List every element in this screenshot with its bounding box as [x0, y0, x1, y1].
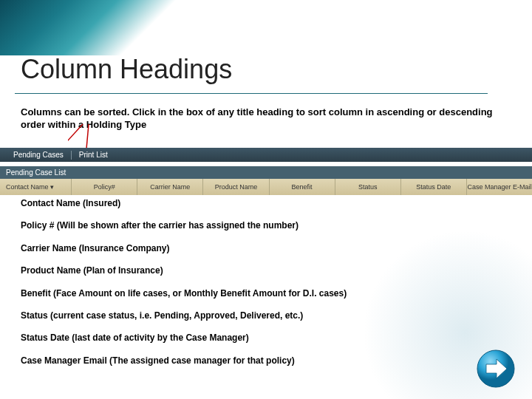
slide: Column Headings Columns can be sorted. C…: [0, 0, 532, 399]
section-header: Pending Case List: [0, 166, 532, 179]
col-contact-name[interactable]: Contact Name ▾: [0, 179, 72, 195]
col-status[interactable]: Status: [335, 179, 401, 195]
def-case-manager: Case Manager Email (The assigned case ma…: [21, 355, 508, 366]
def-carrier: Carrier Name (Insurance Company): [21, 243, 508, 253]
col-carrier[interactable]: Carrier Name: [137, 179, 203, 195]
next-button[interactable]: [476, 349, 516, 389]
definitions-list: Contact Name (Insured) Policy # (Will be…: [21, 198, 508, 378]
tab-print-list[interactable]: Print List: [72, 151, 115, 159]
tab-pending-cases[interactable]: Pending Cases: [6, 151, 71, 159]
def-benefit: Benefit (Face Amount on life cases, or M…: [21, 288, 508, 299]
col-policy[interactable]: Policy#: [72, 179, 137, 195]
def-contact-name: Contact Name (Insured): [21, 198, 508, 208]
corner-decoration: [0, 0, 532, 55]
intro-text: Columns can be sorted. Click in the box …: [21, 106, 508, 132]
def-policy: Policy # (Will be shown after the carrie…: [21, 220, 508, 231]
column-header-row: Contact Name ▾ Policy# Carrier Name Prod…: [0, 179, 532, 195]
title-underline: [15, 93, 488, 94]
col-case-manager[interactable]: Case Manager E-Mail: [467, 179, 532, 195]
col-benefit[interactable]: Benefit: [270, 179, 335, 195]
col-product[interactable]: Product Name: [203, 179, 269, 195]
def-status: Status (current case status, i.e. Pendin…: [21, 310, 508, 321]
def-product: Product Name (Plan of Insurance): [21, 265, 508, 276]
def-status-date: Status Date (last date of activity by th…: [21, 332, 508, 343]
embedded-screenshot: Pending Cases Print List Pending Case Li…: [0, 148, 532, 195]
slide-title: Column Headings: [21, 56, 232, 83]
tab-bar: Pending Cases Print List: [0, 148, 532, 162]
arrow-right-icon: [476, 349, 516, 389]
col-status-date[interactable]: Status Date: [401, 179, 467, 195]
